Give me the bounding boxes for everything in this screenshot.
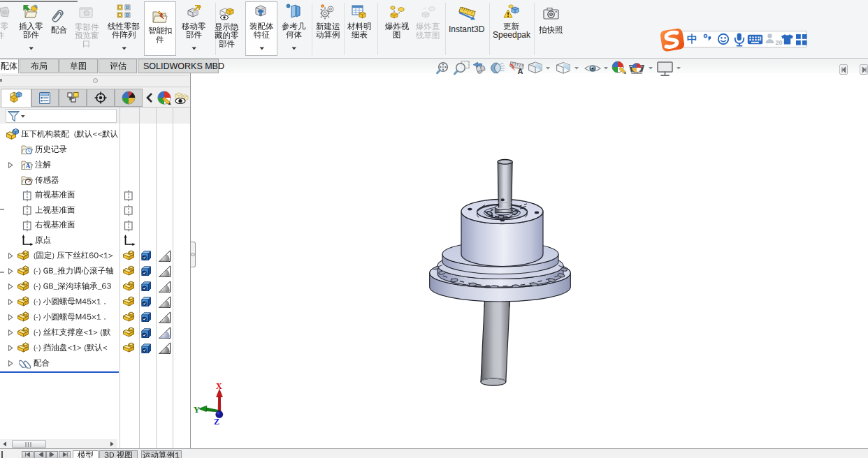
svg-text:Z: Z	[214, 417, 219, 427]
svg-text:Y: Y	[194, 405, 200, 415]
svg-text:A: A	[26, 163, 31, 170]
svg-text:A: A	[518, 67, 523, 75]
